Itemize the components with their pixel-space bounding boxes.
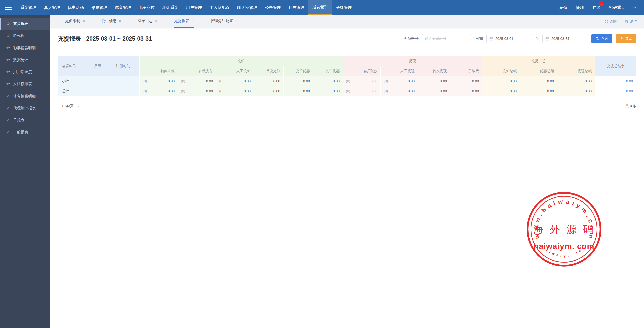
refresh-label: 刷新 bbox=[610, 19, 618, 24]
sidebar: ☆ 充提报表 ☆ IP分析 ☆ 彩票输赢明细 ☆ 数据统计 ☆ 用户活跃度 ☆ … bbox=[0, 15, 50, 328]
col-header-fee: 手续费 bbox=[450, 66, 482, 76]
nav-item-online[interactable]: 在线 2 bbox=[588, 0, 605, 15]
tab-login-log[interactable]: 登录日志 × bbox=[138, 15, 157, 28]
star-icon: ☆ bbox=[6, 82, 10, 86]
nav-item-lottery[interactable]: 彩票管理 bbox=[88, 0, 111, 15]
refresh-button[interactable]: 刷新 bbox=[605, 19, 618, 24]
date-label: 日期 bbox=[475, 36, 483, 41]
nav-item-dividend[interactable]: 分红管理 bbox=[332, 0, 356, 15]
cell-empty bbox=[107, 76, 140, 86]
content: 充提报表 - 2025-03-01 ~ 2025-03-31 会员帐号 日期 2… bbox=[50, 34, 644, 110]
tab-label: 公告信息 bbox=[101, 19, 116, 23]
tab-strip: 充值限制 × 公告信息 × 登录日志 × 充提报表 × 代理分红配置 × 刷新 … bbox=[50, 15, 644, 28]
row-label: 小计 bbox=[58, 76, 89, 86]
nav-item-sports[interactable]: 体育管理 bbox=[111, 0, 135, 15]
cell-empty bbox=[89, 76, 107, 86]
search-button[interactable]: 查询 bbox=[591, 34, 612, 43]
sidebar-item-user-activity[interactable]: ☆ 用户活跃度 bbox=[0, 66, 50, 78]
search-icon bbox=[596, 37, 599, 40]
table-cell: (0)0.00 bbox=[381, 86, 418, 96]
page-size-select[interactable]: 10条/页 bbox=[58, 102, 84, 110]
group-header-summary: 充提汇总 bbox=[482, 56, 595, 66]
sidebar-item-agent-stats-report[interactable]: ☆ 代理统计报表 bbox=[0, 102, 50, 114]
table-group-header-row: 会员帐号 层级 注册时间 充值 提现 充提汇总 充提总结余 bbox=[58, 56, 637, 66]
sidebar-item-label: 彩票输赢明细 bbox=[13, 45, 36, 50]
group-header-deposit: 充值 bbox=[140, 56, 343, 66]
nav-item-deposit[interactable]: 充值 bbox=[555, 0, 572, 15]
close-icon[interactable]: × bbox=[191, 19, 194, 23]
clear-button[interactable]: 清理 bbox=[625, 19, 637, 24]
nav-item-live[interactable]: 真人管理 bbox=[40, 0, 64, 15]
tab-label: 充值限制 bbox=[65, 19, 80, 23]
star-icon: ☆ bbox=[6, 45, 10, 50]
close-icon[interactable]: × bbox=[119, 19, 121, 23]
nav-item-esports[interactable]: 电子竞技 bbox=[135, 0, 158, 15]
trash-icon bbox=[625, 20, 628, 23]
col-header-bonus-total: 优惠总额 bbox=[520, 66, 557, 76]
nav-item-payment-config[interactable]: 出入款配置 bbox=[206, 0, 233, 15]
sidebar-item-ip-analysis[interactable]: ☆ IP分析 bbox=[0, 30, 50, 42]
chevron-down-icon bbox=[77, 105, 80, 107]
export-button[interactable]: 导出 bbox=[616, 34, 636, 43]
nav-item-withdraw[interactable]: 提现 bbox=[572, 0, 588, 15]
export-button-label: 导出 bbox=[625, 36, 632, 41]
tab-announcement-info[interactable]: 公告信息 × bbox=[101, 15, 121, 28]
pagination: 10条/页 共 0 条 bbox=[58, 102, 636, 110]
sidebar-item-lottery-winloss[interactable]: ☆ 彩票输赢明细 bbox=[0, 42, 50, 54]
nav-item-users[interactable]: 用户管理 bbox=[182, 0, 206, 15]
date-to-input[interactable]: 2025-03-31 bbox=[542, 34, 588, 43]
search-button-label: 查询 bbox=[601, 36, 608, 41]
sidebar-item-daily-report[interactable]: ☆ 日报表 bbox=[0, 114, 50, 126]
sidebar-item-bet-amount-report[interactable]: ☆ 投注额报表 bbox=[0, 78, 50, 90]
tab-deposit-withdraw-report[interactable]: 充提报表 × bbox=[174, 15, 194, 28]
star-icon: ☆ bbox=[6, 58, 10, 62]
table-cell: 0.00 bbox=[520, 86, 557, 96]
sidebar-item-label: 投注额报表 bbox=[13, 82, 32, 86]
top-navbar: 系统管理 真人管理 优惠活动 彩票管理 体育管理 电子竞技 现金系统 用户管理 … bbox=[0, 0, 644, 15]
page-header-row: 充提报表 - 2025-03-01 ~ 2025-03-31 会员帐号 日期 2… bbox=[58, 34, 636, 43]
chevron-down-icon[interactable] bbox=[629, 0, 640, 15]
tab-label: 代理分红配置 bbox=[210, 19, 233, 23]
group-header-withdraw: 提现 bbox=[343, 56, 482, 66]
star-icon: ☆ bbox=[6, 130, 10, 134]
col-header-online-pay: 在线支付 bbox=[178, 66, 216, 76]
table-cell: 0.00 bbox=[313, 86, 343, 96]
nav-item-cash[interactable]: 现金系统 bbox=[158, 0, 182, 15]
sidebar-item-deposit-withdraw-report[interactable]: ☆ 充提报表 bbox=[0, 18, 50, 30]
main-area: 充值限制 × 公告信息 × 登录日志 × 充提报表 × 代理分红配置 × 刷新 … bbox=[50, 15, 644, 328]
close-icon[interactable]: × bbox=[83, 19, 85, 23]
col-header-deposit-total: 充值总额 bbox=[482, 66, 520, 76]
table-cell: 0.00 bbox=[284, 86, 313, 96]
star-icon: ☆ bbox=[6, 70, 10, 74]
nav-item-logs[interactable]: 日志管理 bbox=[285, 0, 308, 15]
member-account-input[interactable] bbox=[422, 34, 472, 43]
table-cell: 0.00 bbox=[254, 76, 284, 86]
report-table: 会员帐号 层级 注册时间 充值 提现 充提汇总 充提总结余 转账汇款 在线支付 … bbox=[58, 56, 637, 96]
menu-icon[interactable] bbox=[0, 0, 17, 15]
table-cell: 0.00 bbox=[284, 76, 313, 86]
nav-item-promo[interactable]: 优惠活动 bbox=[64, 0, 88, 15]
table-cell: 0.00 bbox=[450, 86, 482, 96]
nav-item-system[interactable]: 系统管理 bbox=[17, 0, 40, 15]
nav-item-reports[interactable]: 报表管理 bbox=[308, 0, 332, 15]
col-header-other-bonus: 其它优惠 bbox=[313, 66, 343, 76]
nav-item-announcement[interactable]: 公告管理 bbox=[261, 0, 285, 15]
col-header-first-deposit: 首次充值 bbox=[254, 66, 284, 76]
date-from-input[interactable]: 2025-03-01 bbox=[486, 34, 532, 43]
table-cell: 0.00 bbox=[557, 76, 595, 86]
sidebar-item-general-report[interactable]: ☆ 一般报表 bbox=[0, 126, 50, 138]
cell-empty bbox=[89, 86, 107, 96]
nav-item-chatroom[interactable]: 聊天室管理 bbox=[233, 0, 261, 15]
nav-item-password-reset[interactable]: 密码重置 bbox=[605, 0, 629, 15]
table-cell: (0)0.00 bbox=[140, 86, 178, 96]
sidebar-item-label: 一般报表 bbox=[13, 130, 28, 135]
table-cell: (0)0.00 bbox=[140, 76, 178, 86]
tab-agent-dividend-config[interactable]: 代理分红配置 × bbox=[210, 15, 237, 28]
main-menu: 系统管理 真人管理 优惠活动 彩票管理 体育管理 电子竞技 现金系统 用户管理 … bbox=[17, 0, 356, 15]
close-icon[interactable]: × bbox=[235, 19, 237, 23]
close-icon[interactable]: × bbox=[155, 19, 157, 23]
sidebar-item-data-stats[interactable]: ☆ 数据统计 bbox=[0, 54, 50, 66]
tab-deposit-limit[interactable]: 充值限制 × bbox=[65, 15, 85, 28]
col-header-withdraw-total: 提现总额 bbox=[557, 66, 595, 76]
sidebar-item-sports-winloss[interactable]: ☆ 体育输赢明细 bbox=[0, 90, 50, 102]
